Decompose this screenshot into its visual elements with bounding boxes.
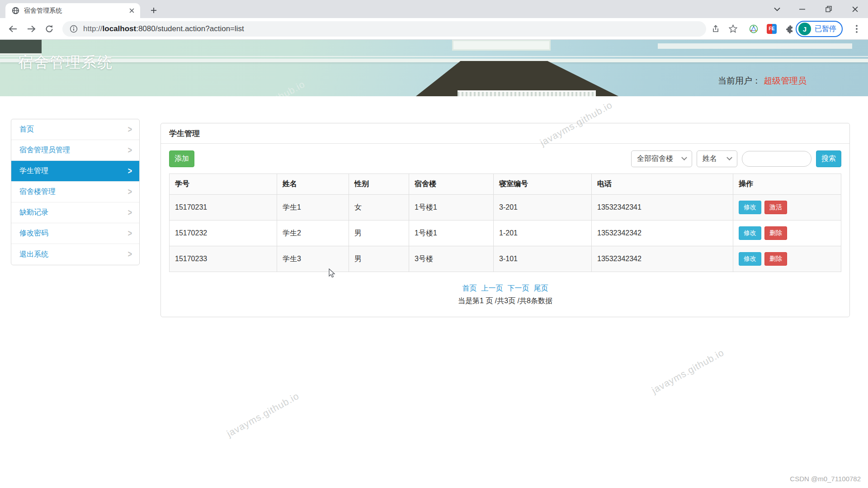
panel-body: 添加 全部宿舍楼 姓名 搜索 xyxy=(161,144,849,317)
extension-puzzle-icon[interactable] xyxy=(782,21,797,37)
tab-strip: 宿舍管理系统 xyxy=(0,0,868,18)
back-icon[interactable] xyxy=(5,21,21,37)
profile-pill[interactable]: J 已暂停 xyxy=(796,21,843,37)
table-row: 15170233学生3男3号楼3-10113532342342修改删除 xyxy=(170,246,841,272)
url-bar[interactable]: http://localhost:8080/student.action?act… xyxy=(62,21,706,37)
chevron-right-icon: > xyxy=(128,187,132,197)
building-filter-value: 全部宿舍楼 xyxy=(637,154,673,164)
chevron-right-icon: > xyxy=(128,228,132,239)
table-header-row: 学号姓名性别宿舍楼寝室编号电话操作 xyxy=(170,174,841,195)
pagination-link[interactable]: 上一页 xyxy=(481,284,503,292)
csdn-watermark: CSDN @m0_71100782 xyxy=(790,475,861,483)
building-filter-select[interactable]: 全部宿舍楼 xyxy=(631,150,692,167)
cell-student-id: 15170231 xyxy=(170,195,277,221)
pagination-link[interactable]: 尾页 xyxy=(534,284,548,292)
pagination-link[interactable]: 下一页 xyxy=(508,284,529,292)
avatar: J xyxy=(798,23,811,35)
pagination-summary: 当是第1 页 /共3页 /共8条数据 xyxy=(169,296,841,306)
cell-phone: 13532342341 xyxy=(592,195,733,221)
share-icon[interactable] xyxy=(708,21,723,37)
sidebar-item[interactable]: 缺勤记录> xyxy=(11,202,139,223)
browser-window: 宿舍管理系统 xyxy=(0,0,868,488)
cell-room: 3-201 xyxy=(494,195,592,221)
chevron-right-icon: > xyxy=(128,145,132,155)
extension-hexagon-icon[interactable] xyxy=(746,21,761,37)
row-actions: 修改激活 xyxy=(739,201,835,214)
sidebar-item-label: 退出系统 xyxy=(19,250,48,259)
edit-button[interactable]: 修改 xyxy=(739,201,761,214)
column-header: 姓名 xyxy=(277,174,349,195)
chevron-down-icon xyxy=(681,155,687,160)
sidebar-item[interactable]: 首页> xyxy=(11,119,139,140)
cell-building: 1号楼1 xyxy=(409,221,494,246)
sidebar-item[interactable]: 退出系统> xyxy=(11,244,139,265)
table-toolbar: 添加 全部宿舍楼 姓名 搜索 xyxy=(169,150,841,167)
cell-gender: 男 xyxy=(349,246,409,272)
tab-close-icon[interactable] xyxy=(127,7,136,15)
field-filter-select[interactable]: 姓名 xyxy=(697,150,737,167)
sidebar-item[interactable]: 宿舍楼管理> xyxy=(11,182,139,202)
activate-button[interactable]: 激活 xyxy=(764,201,787,214)
add-button[interactable]: 添加 xyxy=(169,150,194,167)
url-scheme: http:// xyxy=(83,24,103,33)
reload-icon[interactable] xyxy=(42,21,57,37)
delete-button[interactable]: 删除 xyxy=(764,252,787,266)
window-close-button[interactable] xyxy=(844,0,865,18)
header-banner: javayms.github.io 宿舍管理系统 当前用户：超级管理员 xyxy=(0,40,868,96)
column-header: 宿舍楼 xyxy=(409,174,494,195)
banner-molding-line xyxy=(0,56,868,57)
sidebar-item-label: 缺勤记录 xyxy=(19,208,48,217)
chevron-right-icon: > xyxy=(128,249,132,259)
profile-status: 已暂停 xyxy=(815,24,836,34)
column-header: 学号 xyxy=(170,174,277,195)
chevron-right-icon: > xyxy=(128,124,132,135)
cell-building: 3号楼 xyxy=(409,246,494,272)
search-controls: 全部宿舍楼 姓名 搜索 xyxy=(631,150,841,167)
browser-toolbar: http://localhost:8080/student.action?act… xyxy=(0,18,868,40)
sidebar-item-label: 修改密码 xyxy=(19,229,48,238)
banner-ledge xyxy=(0,59,868,62)
sidebar-item-label: 宿舍管理员管理 xyxy=(19,145,70,155)
sidebar-menu: 首页>宿舍管理员管理>学生管理>宿舍楼管理>缺勤记录>修改密码>退出系统> xyxy=(11,119,140,265)
current-user-label: 当前用户： xyxy=(718,76,761,85)
sidebar-item[interactable]: 修改密码> xyxy=(11,223,139,244)
pagination-link[interactable]: 首页 xyxy=(462,284,477,292)
edit-button[interactable]: 修改 xyxy=(739,226,761,240)
cell-student-id: 15170232 xyxy=(170,221,277,246)
window-restore-button[interactable] xyxy=(818,0,839,18)
extension-fe-icon[interactable]: FE xyxy=(764,21,779,37)
cell-name: 学生3 xyxy=(277,246,349,272)
search-button[interactable]: 搜索 xyxy=(816,150,841,167)
tab-title: 宿舍管理系统 xyxy=(24,7,127,15)
sidebar-item[interactable]: 学生管理> xyxy=(11,161,139,182)
chevron-right-icon: > xyxy=(128,166,132,176)
chevron-right-icon: > xyxy=(128,207,132,218)
cell-name: 学生2 xyxy=(277,221,349,246)
cell-room: 1-201 xyxy=(494,221,592,246)
bookmark-star-icon[interactable] xyxy=(725,21,741,37)
cell-phone: 13532342342 xyxy=(592,221,733,246)
column-header: 寝室编号 xyxy=(494,174,592,195)
edit-button[interactable]: 修改 xyxy=(739,252,761,266)
student-management-panel: 学生管理 添加 全部宿舍楼 姓名 搜索 xyxy=(160,123,850,317)
forward-icon[interactable] xyxy=(24,21,39,37)
panel-header: 学生管理 xyxy=(161,123,849,144)
cell-actions: 修改删除 xyxy=(733,221,841,246)
tab-search-chevron-icon[interactable] xyxy=(767,0,788,18)
new-tab-button[interactable] xyxy=(147,4,160,17)
sidebar-item[interactable]: 宿舍管理员管理> xyxy=(11,140,139,161)
cell-actions: 修改删除 xyxy=(733,246,841,272)
watermark: javayms.github.io xyxy=(225,390,301,439)
page-info-icon[interactable] xyxy=(70,25,78,33)
watermark: javayms.github.io xyxy=(650,347,726,396)
watermark: javayms.github.io xyxy=(231,79,307,96)
cell-building: 1号楼1 xyxy=(409,195,494,221)
table-row: 15170232学生2男1号楼11-20113532342342修改删除 xyxy=(170,221,841,246)
search-input[interactable] xyxy=(742,151,811,167)
menu-dots-icon[interactable] xyxy=(849,21,864,37)
delete-button[interactable]: 删除 xyxy=(764,226,787,240)
browser-tab[interactable]: 宿舍管理系统 xyxy=(5,3,140,18)
window-minimize-button[interactable] xyxy=(792,0,812,18)
cell-student-id: 15170233 xyxy=(170,246,277,272)
banner-sill xyxy=(658,43,852,49)
